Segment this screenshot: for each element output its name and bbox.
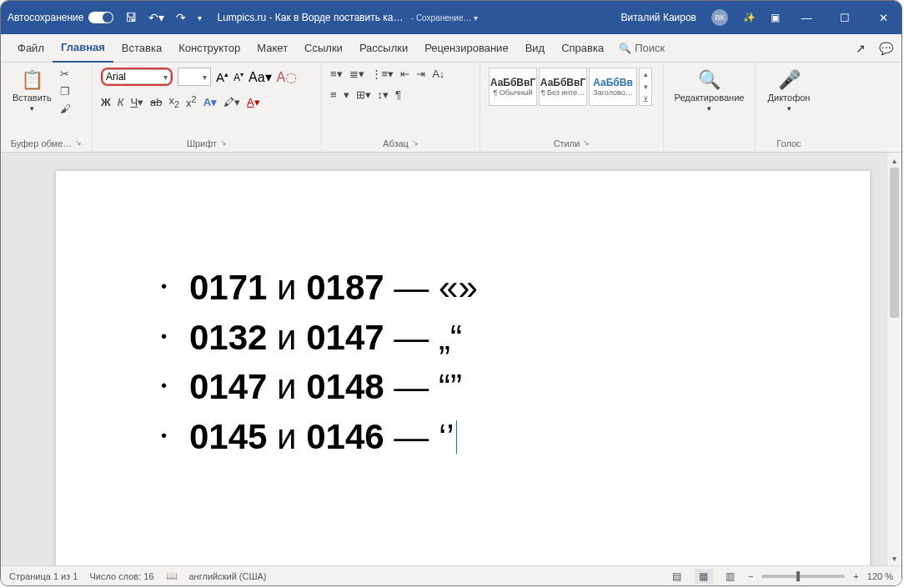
share-icon[interactable]: ↗ [856,42,866,55]
tab-view[interactable]: Вид [517,34,554,63]
tab-references[interactable]: Ссылки [296,34,351,63]
zoom-slider[interactable] [761,575,845,578]
tab-help[interactable]: Справка [553,34,612,63]
read-mode-icon[interactable]: ▤ [668,569,686,584]
group-clipboard: 📋 Вставить ▾ ✂ ❐ 🖌 Буфер обме…↘ [1,63,93,152]
search-box[interactable]: Поиск [619,42,665,54]
bullets-icon[interactable]: ≡▾ [330,68,343,80]
word-count[interactable]: Число слов: 16 [89,571,153,581]
strikethrough-button[interactable]: ab [150,96,162,108]
numbering-icon[interactable]: ≣▾ [349,68,364,80]
increase-indent-icon[interactable]: ⇥ [416,68,425,80]
user-avatar[interactable]: ВК [711,9,728,26]
zoom-out-button[interactable]: − [748,571,753,581]
superscript-button[interactable]: x2 [186,94,197,109]
zoom-in-button[interactable]: + [853,571,858,581]
tab-review[interactable]: Рецензирование [416,34,516,63]
toggle-switch[interactable] [88,12,113,23]
change-case-icon[interactable]: Aa▾ [249,69,272,85]
user-name[interactable]: Виталий Каиров [620,12,696,23]
subscript-button[interactable]: x2 [169,94,180,109]
styles-dialog-icon[interactable]: ↘ [583,138,590,148]
page-number[interactable]: Страница 1 из 1 [9,571,78,581]
list-item: 0171 и 0187 — «» [173,263,820,313]
tab-layout[interactable]: Макет [249,34,296,63]
format-painter-icon[interactable]: 🖌 [60,103,71,115]
document-content[interactable]: 0171 и 0187 — «» 0132 и 0147 — „“ 0147 и… [173,263,820,462]
sort-icon[interactable]: A↓ [432,68,444,80]
font-name-combo[interactable]: Arial▾ [101,68,173,86]
text-cursor [456,420,457,454]
font-size-combo[interactable]: ▾ [178,68,211,86]
ribbon: 📋 Вставить ▾ ✂ ❐ 🖌 Буфер обме…↘ Arial▾ ▾… [1,63,901,153]
cut-icon[interactable]: ✂ [60,68,71,80]
window-title: Lumpics.ru - Как в Ворде поставить ка… -… [217,12,478,23]
styles-more-icon[interactable]: ▴▾⊻ [639,68,652,106]
web-layout-icon[interactable]: ▥ [721,569,740,584]
language-status[interactable]: английский (США) [189,571,267,581]
group-paragraph: ≡▾ ≣▾ ⋮≡▾ ⇤ ⇥ A↓ ≡ ▾ ⊞▾ ↕▾ ¶ Абзац↘ [322,63,480,152]
tab-design[interactable]: Конструктор [170,34,249,63]
shrink-font-icon[interactable]: A▾ [234,71,244,83]
styles-gallery[interactable]: АаБбВвГ¶ Обычный АаБбВвГ¶ Без инте… АаБб… [489,68,652,106]
ribbon-display-icon[interactable]: ▣ [771,12,780,23]
show-marks-icon[interactable]: ¶ [395,88,401,101]
find-icon: 🔍 [698,69,721,91]
font-dialog-icon[interactable]: ↘ [220,138,227,148]
italic-button[interactable]: К [118,96,124,108]
tab-mailings[interactable]: Рассылки [351,34,416,63]
maximize-button[interactable]: ☐ [828,1,861,34]
print-layout-icon[interactable]: ▦ [695,569,713,584]
vertical-scrollbar[interactable]: ▴ ▾ [886,153,901,565]
quick-access-toolbar: 🖫 ↶▾ ↷ ▾ [125,11,202,24]
minimize-button[interactable]: — [790,1,823,34]
align-left-icon[interactable]: ≡ [330,88,337,101]
tab-insert[interactable]: Вставка [113,34,170,63]
coming-soon-icon[interactable]: ✨ [743,12,756,23]
scroll-down-icon[interactable]: ▾ [887,550,901,565]
underline-button[interactable]: Ч▾ [130,96,143,108]
statusbar: Страница 1 из 1 Число слов: 16 📖 английс… [1,565,901,585]
tab-file[interactable]: Файл [9,34,53,63]
qat-dropdown-icon[interactable]: ▾ [198,13,202,23]
bold-button[interactable]: Ж [101,96,111,108]
dictate-button[interactable]: 🎤 Диктофон ▾ [765,68,814,114]
redo-icon[interactable]: ↷ [176,11,186,24]
tab-home[interactable]: Главная [53,34,113,63]
titlebar: Автосохранение 🖫 ↶▾ ↷ ▾ Lumpics.ru - Как… [1,1,901,34]
clipboard-dialog-icon[interactable]: ↘ [75,138,82,148]
close-button[interactable]: ✕ [866,1,900,34]
list-item: 0132 и 0147 — „“ [173,313,820,363]
group-voice: 🎤 Диктофон ▾ Голос [756,63,822,152]
document-area: 0171 и 0187 — «» 0132 и 0147 — „“ 0147 и… [1,153,886,565]
comments-icon[interactable]: 💬 [879,42,893,55]
text-effects-icon[interactable]: A▾ [203,96,217,108]
ribbon-tabs: Файл Главная Вставка Конструктор Макет С… [1,34,901,63]
paste-icon: 📋 [21,69,43,91]
clear-formatting-icon[interactable]: A◌ [277,69,298,85]
highlight-icon[interactable]: 🖍▾ [223,96,240,108]
decrease-indent-icon[interactable]: ⇤ [400,68,409,80]
list-item: 0147 и 0148 — “” [173,362,820,412]
multilevel-icon[interactable]: ⋮≡▾ [371,68,394,80]
autosave-label: Автосохранение [8,12,83,23]
scroll-up-icon[interactable]: ▴ [887,153,901,168]
group-font: Arial▾ ▾ A▴ A▾ Aa▾ A◌ Ж К Ч▾ ab x2 x2 A▾… [93,63,322,152]
scroll-thumb[interactable] [890,168,899,318]
undo-icon[interactable]: ↶▾ [148,11,164,24]
paste-button[interactable]: 📋 Вставить ▾ [9,68,55,114]
zoom-level[interactable]: 120 % [867,571,893,581]
font-color-icon[interactable]: A▾ [247,96,260,108]
grow-font-icon[interactable]: A▴ [216,70,229,84]
shading-icon[interactable]: ▾ [344,88,349,101]
editing-button[interactable]: 🔍 Редактирование ▾ [671,68,748,114]
borders-icon[interactable]: ⊞▾ [356,88,371,101]
proofing-icon[interactable]: 📖 [166,570,178,581]
document-page[interactable]: 0171 и 0187 — «» 0132 и 0147 — „“ 0147 и… [56,171,870,565]
autosave-toggle[interactable]: Автосохранение [8,12,113,23]
copy-icon[interactable]: ❐ [60,85,71,98]
line-spacing-icon[interactable]: ↕▾ [378,88,389,101]
paragraph-dialog-icon[interactable]: ↘ [412,138,419,148]
save-icon[interactable]: 🖫 [125,11,137,24]
group-editing: 🔍 Редактирование ▾ [664,63,756,152]
